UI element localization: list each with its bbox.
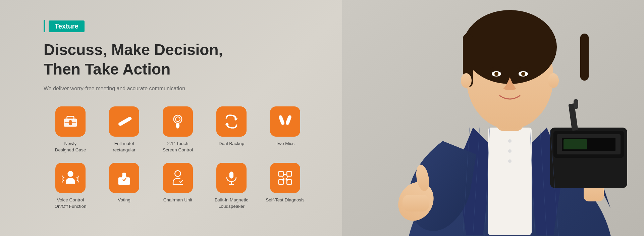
feature-item-two-mics: Two Mics [258,106,312,153]
content-area: Texture Discuss, Make Decision, Then Tak… [0,0,342,236]
rectangular-icon [115,113,133,130]
feature-label-loudspeaker: Built-in MagneticLoudspeaker [215,197,248,210]
chairman-icon [169,169,186,187]
mics-icon [276,113,294,130]
feature-label-newly-designed-case: NewlyDesigned Case [55,141,86,153]
selftest-icon [276,169,294,187]
svg-point-16 [521,72,525,76]
svg-point-5 [508,139,512,143]
svg-point-15 [494,72,498,76]
svg-rect-12 [580,34,589,81]
chairman-unit-icon-box [163,163,193,193]
svg-rect-58 [287,172,291,176]
voting-icon [115,169,133,187]
svg-rect-27 [564,139,587,149]
touch-screen-icon-box [163,106,193,137]
feature-label-two-mics: Two Mics [276,141,294,147]
full-matel-icon-box [109,106,139,137]
main-heading: Discuss, Make Decision, Then Take Action [44,40,329,79]
dual-backup-icon-box [216,106,247,137]
feature-label-touch-screen: 2.1" TouchScreen Control [163,141,193,153]
svg-point-7 [508,159,512,163]
self-test-icon-box [270,163,300,193]
svg-point-18 [548,73,559,88]
heading-line2: Then Take Action [44,60,329,79]
feature-item-voting: Voting [97,163,151,210]
case-icon [62,113,79,130]
svg-rect-29 [574,99,578,109]
loudspeaker-icon-box [216,163,247,193]
feature-label-voice-control: Voice ControlOn/Off Function [54,197,86,210]
feature-item-full-matel-rectangular: Full matelrectangular [97,106,151,153]
svg-point-10 [463,10,557,84]
feature-item-self-test: Self-Test Diagnosis [258,163,312,210]
touch-icon [169,113,186,130]
voting-icon-box [109,163,139,193]
features-grid: NewlyDesigned Case Full matelrectangular [44,106,329,210]
feature-item-voice-control: Voice ControlOn/Off Function [44,163,97,210]
svg-rect-41 [118,117,131,127]
texture-bar [44,20,45,32]
voice-control-icon-box [55,163,86,193]
newly-designed-case-icon-box [55,106,86,137]
feature-item-touch-screen: 2.1" TouchScreen Control [151,106,205,153]
heading-line1: Discuss, Make Decision, [44,40,329,60]
person-image-area [342,0,644,236]
feature-item-loudspeaker: Built-in MagneticLoudspeaker [205,163,258,210]
feature-item-dual-backup: Dual Backup [205,106,258,153]
svg-point-6 [508,149,512,153]
feature-label-chairman-unit: Chairman Unit [163,197,192,203]
svg-point-17 [461,73,472,88]
svg-rect-4 [488,128,532,235]
feature-label-self-test: Self-Test Diagnosis [266,197,305,203]
svg-rect-21 [402,195,429,211]
two-mics-icon-box [270,106,300,137]
backup-icon [223,113,240,130]
svg-point-52 [175,171,180,176]
feature-label-dual-backup: Dual Backup [219,141,245,147]
page-wrapper: Texture Discuss, Make Decision, Then Tak… [0,0,644,236]
feature-item-chairman-unit: Chairman Unit [151,163,205,210]
svg-point-48 [67,171,73,177]
svg-point-42 [174,115,182,123]
texture-badge: Texture [44,20,329,32]
feature-label-full-matel: Full matelrectangular [113,141,136,153]
svg-point-61 [283,174,287,179]
svg-rect-51 [122,173,126,177]
feature-label-voting: Voting [118,197,130,203]
svg-rect-47 [285,115,292,125]
svg-rect-39 [69,120,72,126]
feature-item-newly-designed-case: NewlyDesigned Case [44,106,97,153]
svg-rect-54 [229,172,233,179]
svg-point-43 [175,117,180,122]
speaker-icon [223,169,240,187]
texture-label: Texture [49,20,85,32]
sub-text: We deliver worry-free meeting and accura… [44,86,329,92]
svg-rect-46 [278,115,285,125]
voice-icon [62,169,79,187]
svg-rect-57 [279,172,283,176]
